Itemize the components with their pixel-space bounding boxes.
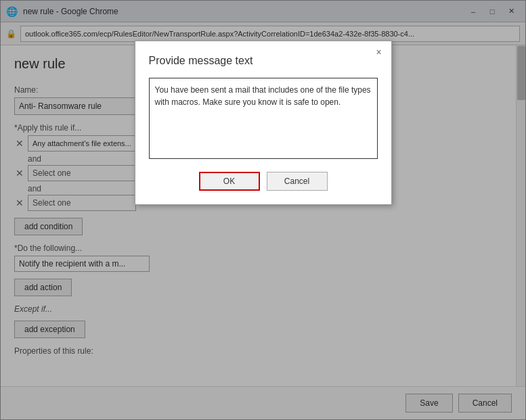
modal-textarea[interactable]: You have been sent a mail that includes … — [149, 78, 378, 159]
modal-close-button[interactable]: × — [372, 45, 386, 59]
modal-dialog: × Provide message text You have been sen… — [135, 41, 392, 205]
modal-overlay: × Provide message text You have been sen… — [0, 0, 526, 420]
modal-buttons: OK Cancel — [149, 172, 378, 191]
chrome-window: 🌐 new rule - Google Chrome – □ ✕ 🔒 outlo… — [0, 0, 526, 420]
modal-title: Provide message text — [149, 55, 378, 67]
modal-ok-button[interactable]: OK — [199, 172, 260, 191]
modal-cancel-button[interactable]: Cancel — [267, 172, 328, 191]
